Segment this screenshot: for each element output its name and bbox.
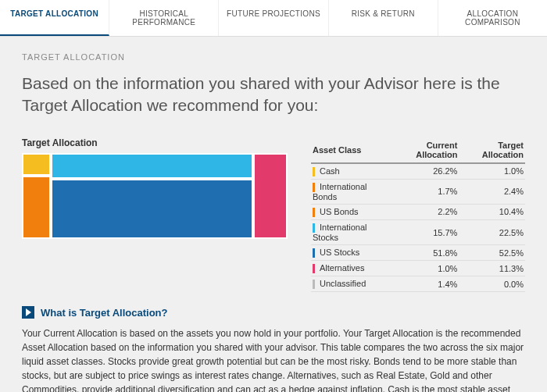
cell-current: 15.7% (388, 219, 459, 244)
table-row: US Bonds2.2%10.4% (311, 204, 525, 219)
cell-current: 1.4% (388, 276, 459, 292)
chart-title: Target Allocation (22, 137, 288, 148)
content: TARGET ALLOCATION Based on the informati… (0, 37, 547, 392)
tab-historical-performance[interactable]: HISTORICAL PERFORMANCE (109, 0, 219, 36)
color-swatch (313, 167, 315, 176)
cell-asset-name: Alternatives (311, 261, 388, 276)
cell-target: 2.4% (459, 179, 525, 204)
tab-future-projections[interactable]: FUTURE PROJECTIONS (219, 0, 328, 36)
cell-target: 10.4% (459, 204, 525, 219)
color-swatch (313, 264, 315, 273)
cell-target: 0.0% (459, 276, 525, 292)
expand-icon (22, 306, 34, 319)
section-label: TARGET ALLOCATION (22, 52, 525, 62)
cell-current: 2.2% (388, 204, 459, 219)
allocation-table: Asset Class Current Allocation Target Al… (311, 137, 525, 293)
treemap-intl-stocks (51, 153, 252, 179)
cell-target: 11.3% (459, 261, 525, 276)
cell-current: 51.8% (388, 245, 459, 261)
cell-target: 22.5% (459, 219, 525, 244)
color-swatch (313, 280, 315, 289)
treemap-cash (22, 153, 51, 176)
cell-current: 1.0% (388, 261, 459, 276)
cell-target: 1.0% (459, 163, 525, 180)
treemap-chart (22, 153, 288, 239)
tab-allocation-comparison[interactable]: ALLOCATION COMPARISON (438, 0, 547, 36)
cell-current: 1.7% (388, 179, 459, 204)
cell-asset-name: International Bonds (311, 179, 388, 204)
tab-risk-return[interactable]: RISK & RETURN (329, 0, 438, 36)
cell-asset-name: Cash (311, 163, 388, 180)
cell-asset-name: Unclassified (311, 276, 388, 292)
cell-asset-name: US Bonds (311, 204, 388, 219)
tab-target-allocation[interactable]: TARGET ALLOCATION (0, 0, 109, 36)
treemap-us-stocks (51, 179, 252, 239)
table-row: International Stocks15.7%22.5% (311, 219, 525, 244)
cell-target: 52.5% (459, 245, 525, 261)
col-target: Target Allocation (459, 137, 525, 163)
color-swatch (313, 208, 315, 217)
what-is-target-allocation-toggle[interactable]: What is Target Allocation? (22, 306, 525, 319)
table-row: Cash26.2%1.0% (311, 163, 525, 180)
color-swatch (313, 223, 315, 233)
table-row: Alternatives1.0%11.3% (311, 261, 525, 276)
expander-label: What is Target Allocation? (41, 307, 168, 319)
page-lead: Based on the information you shared with… (22, 73, 525, 117)
col-asset-class: Asset Class (311, 137, 388, 163)
color-swatch (313, 183, 315, 192)
col-current: Current Allocation (388, 137, 459, 163)
color-swatch (313, 248, 315, 258)
treemap-alternatives (253, 153, 288, 239)
table-row: International Bonds1.7%2.4% (311, 179, 525, 204)
description-text: Your Current Allocation is based on the … (22, 326, 525, 392)
table-row: Unclassified1.4%0.0% (311, 276, 525, 292)
table-row: US Stocks51.8%52.5% (311, 245, 525, 261)
cell-asset-name: International Stocks (311, 219, 388, 244)
top-tabs: TARGET ALLOCATION HISTORICAL PERFORMANCE… (0, 0, 547, 37)
cell-current: 26.2% (388, 163, 459, 180)
cell-asset-name: US Stocks (311, 245, 388, 261)
treemap-bonds (22, 176, 51, 238)
